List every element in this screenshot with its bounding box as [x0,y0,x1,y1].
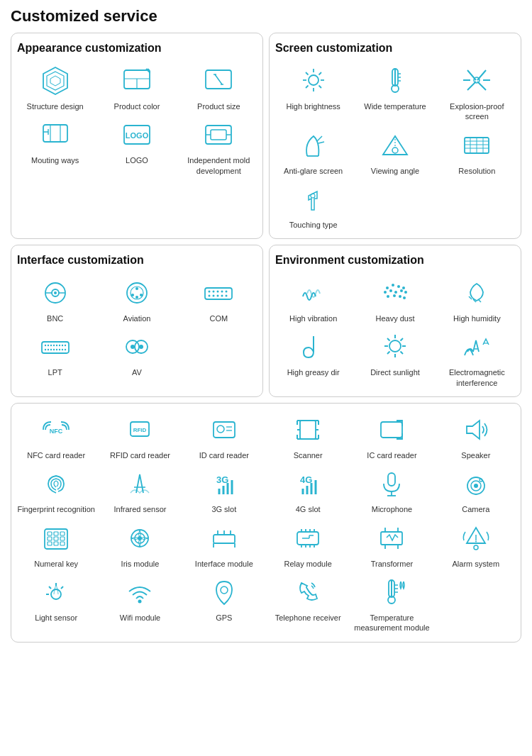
svg-point-41 [474,77,480,83]
list-item: Structure design [17,63,93,111]
svg-point-73 [209,295,211,297]
svg-text:LOGO: LOGO [126,131,149,140]
aviation-label: Aviation [123,313,151,323]
peripherals-section: NFC NFC card reader RFID RFID card reade… [11,403,521,642]
resolution-label: Resolution [458,166,495,176]
svg-point-101 [397,285,400,288]
list-item: Transformer [353,521,431,569]
list-item: Explosion-proof screen [439,63,515,122]
svg-line-120 [387,338,390,341]
svg-point-163 [480,479,482,482]
list-item: Wifi module [101,574,179,633]
list-item: ID card reader [185,412,263,460]
list-item: COM [181,275,257,323]
high-brightness-icon [296,63,331,99]
rfid-icon: RFID [122,412,157,448]
list-item: Speaker [437,412,515,460]
temperature-label: Temperature measurement module [353,613,431,633]
high-greasy-icon [296,329,331,365]
list-item: Light sensor [17,574,95,633]
list-item: BNC [17,275,93,323]
com-label: COM [209,313,228,323]
4g-icon: 4G [290,466,326,501]
explosion-proof-icon [459,63,494,99]
list-item: Resolution [439,128,515,176]
svg-rect-167 [60,532,65,535]
id-card-label: ID card reader [199,450,249,460]
infrared-label: Infrared sensor [114,504,167,514]
svg-point-80 [47,345,48,346]
relay-module-icon [290,521,326,556]
svg-point-61 [127,283,147,303]
svg-line-44 [318,142,324,143]
svg-point-82 [52,345,54,346]
svg-point-55 [311,194,315,198]
heavy-dust-label: Heavy dust [375,313,414,323]
svg-point-108 [387,295,389,298]
list-item: Wide temperature [357,63,433,122]
interface-module-label: Interface module [195,559,253,569]
logo-icon: LOGO [119,117,155,152]
list-item: Fingerprint recognition [17,466,95,514]
alarm-system-label: Alarm system [453,559,500,569]
svg-point-97 [131,345,135,349]
svg-point-83 [55,345,57,346]
structure-design-label: Structure design [27,101,84,111]
svg-point-70 [217,291,219,293]
list-item: High greasy dir [275,329,351,388]
svg-rect-157 [388,473,395,486]
svg-marker-145 [467,421,480,439]
svg-rect-133 [300,421,316,439]
list-item: AV [99,329,174,377]
screen-title: Screen customization [275,42,515,55]
svg-point-66 [140,294,143,296]
product-size-label: Product size [197,101,240,111]
appearance-title: Appearance customization [17,42,257,55]
electromagnetic-label: Electromagnetic interference [439,367,515,388]
list-item: Direct sunlight [357,329,433,388]
speaker-label: Speaker [461,450,490,460]
list-item: Heavy dust [357,275,433,323]
svg-point-115 [389,340,401,352]
microphone-label: Microphone [372,504,412,514]
direct-sunlight-label: Direct sunlight [370,367,420,377]
numeral-key-icon [38,521,74,556]
3g-label: 3G slot [211,504,236,514]
resolution-icon [459,128,494,163]
svg-rect-170 [60,537,65,540]
svg-point-93 [61,349,62,350]
list-item: Relay module [269,521,347,569]
list-item: LOGO LOGO [99,117,174,176]
list-item: Temperature measurement module [353,574,431,633]
product-size-icon [201,63,236,99]
touching-type-label: Touching type [289,220,338,230]
transformer-icon [374,521,409,556]
svg-point-103 [384,291,387,294]
svg-point-110 [399,295,401,298]
alarm-system-icon [458,521,494,556]
svg-point-63 [135,287,138,290]
svg-point-75 [217,295,219,297]
microphone-icon [374,466,409,501]
list-item: Viewing angle [357,128,433,176]
high-humidity-icon [459,275,494,311]
list-item: Independent mold development [181,117,257,176]
list-item: IC card reader [353,412,431,460]
svg-rect-177 [214,535,235,543]
svg-point-65 [131,294,134,296]
list-item: Touching type [275,182,351,230]
iris-module-label: Iris module [121,559,160,569]
svg-point-71 [221,291,223,293]
svg-point-58 [54,291,57,294]
list-item: Camera [437,466,515,514]
svg-point-86 [64,345,65,346]
svg-marker-1 [47,72,64,90]
explosion-proof-label: Explosion-proof screen [439,101,515,122]
svg-rect-173 [60,542,65,545]
list-item: Mouting ways [17,117,93,176]
svg-point-100 [392,284,394,287]
svg-point-85 [61,345,62,346]
svg-point-106 [400,289,403,292]
svg-text:NFC: NFC [50,428,63,435]
high-vibration-label: High vibration [289,313,337,323]
